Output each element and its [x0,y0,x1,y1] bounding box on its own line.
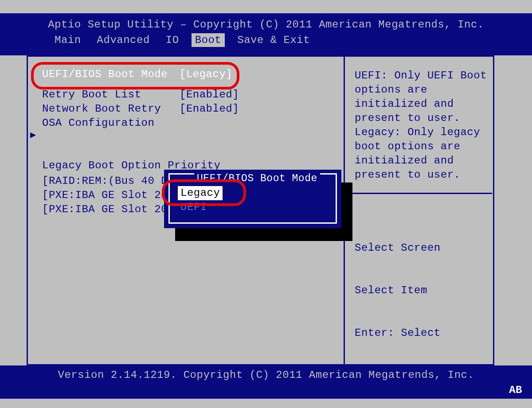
tab-row: Main Advanced IO Boot Save & Exit [0,33,532,47]
setting-boot-mode[interactable]: UEFI/BIOS Boot Mode [Legacy] [42,67,332,81]
tab-save-exit[interactable]: Save & Exit [234,33,313,47]
footer-bar: Version 2.14.1219. Copyright (C) 2011 Am… [0,365,532,399]
setting-network-boot-retry[interactable]: Network Boot Retry [Enabled] [42,101,332,116]
utility-title: Aptio Setup Utility – Copyright (C) 2011… [0,19,532,31]
popup-options: Legacy UEFI [178,186,223,214]
setting-osa-configuration[interactable]: OSA Configuration [42,116,332,130]
right-panel-divider [346,193,492,194]
popup-inner-border: UEFI/BIOS Boot Mode Legacy UEFI [168,173,337,224]
help-text: UEFI: Only UEFI Boot options are initial… [355,69,488,182]
setting-value: [Legacy] [180,68,232,80]
priority-item-1[interactable]: [PXE:IBA GE Slot 2000 [42,188,181,202]
footer-badge: AB [509,384,522,396]
boot-settings: UEFI/BIOS Boot Mode [Legacy] Retry Boot … [42,67,332,130]
key-enter: Enter: Select [355,326,492,340]
tab-advanced[interactable]: Advanced [94,33,153,47]
setting-label: Network Boot Retry [42,103,180,115]
boot-priority-list: [RAID:REM:(Bus 40 Dev [PXE:IBA GE Slot 2… [42,174,181,216]
tab-boot[interactable]: Boot [192,33,225,47]
setting-label: UEFI/BIOS Boot Mode [42,68,180,80]
popup-option-legacy[interactable]: Legacy [178,186,223,200]
bios-screen: Aptio Setup Utility – Copyright (C) 2011… [0,13,532,399]
header-bar: Aptio Setup Utility – Copyright (C) 2011… [0,13,532,55]
setting-label: OSA Configuration [42,117,180,129]
key-select-screen: Select Screen [355,241,492,255]
priority-item-2[interactable]: [PXE:IBA GE Slot 2001 [42,202,181,216]
setting-retry-boot-list[interactable]: Retry Boot List [Enabled] [42,87,332,101]
popup-option-uefi[interactable]: UEFI [178,200,223,214]
setting-value: [Enabled] [180,89,239,101]
boot-mode-popup: UEFI/BIOS Boot Mode Legacy UEFI [164,170,341,228]
tab-io[interactable]: IO [162,33,183,47]
submenu-arrow-icon: ▶ [30,129,36,141]
setting-label: Retry Boot List [42,89,180,101]
body-area: UEFI/BIOS Boot Mode [Legacy] Retry Boot … [0,55,532,365]
priority-item-0[interactable]: [RAID:REM:(Bus 40 Dev [42,174,181,188]
tab-main[interactable]: Main [51,33,85,47]
footer-text: Version 2.14.1219. Copyright (C) 2011 Am… [58,369,474,381]
key-select-item: Select Item [355,284,492,298]
setting-value: [Enabled] [180,103,239,115]
popup-title: UEFI/BIOS Boot Mode [194,173,320,184]
